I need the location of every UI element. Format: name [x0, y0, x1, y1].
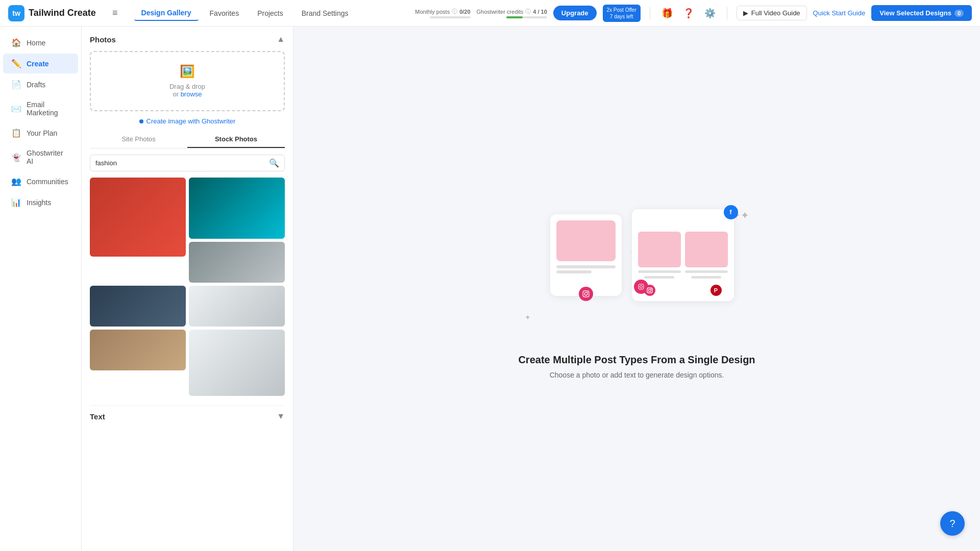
- photo-item-5[interactable]: [189, 286, 285, 327]
- view-selected-label: View Selected Designs: [879, 9, 951, 17]
- top-nav: tw Tailwind Create ≡ Design Gallery Favo…: [0, 0, 980, 27]
- tab-design-gallery[interactable]: Design Gallery: [134, 6, 199, 21]
- promo-title: Create Multiple Post Types From a Single…: [509, 354, 765, 366]
- help-icon-button[interactable]: ❓: [681, 6, 696, 21]
- facebook-badge: f: [724, 205, 738, 219]
- upload-browse-link[interactable]: browse: [181, 90, 202, 98]
- promo-sub-card-insta: [638, 215, 681, 295]
- tab-stock-photos[interactable]: Stock Photos: [187, 131, 285, 148]
- tab-site-photos[interactable]: Site Photos: [90, 131, 187, 148]
- promo-card-multi: f P: [632, 209, 734, 301]
- sidebar-label-plan: Your Plan: [27, 129, 57, 137]
- quick-start-guide-button[interactable]: Quick Start Guide: [813, 9, 866, 17]
- ghostwriter-credits-progress-fill: [506, 16, 523, 18]
- promo-line-1: [556, 265, 616, 268]
- post-offer-line1: 2x Post Offer: [607, 7, 636, 13]
- ghostwriter-link-label: Create image with Ghostwriter: [146, 117, 236, 125]
- monthly-posts-value: 0/20: [459, 9, 470, 15]
- promo-sub-pink-2: [685, 232, 728, 267]
- sidebar-item-ghostwriter-ai[interactable]: 👻 Ghostwriter AI: [3, 144, 78, 170]
- monthly-posts-progress-bar: [430, 16, 471, 18]
- sidebar-label-insights: Insights: [27, 198, 51, 207]
- photo-item-1[interactable]: [90, 178, 186, 257]
- plan-icon: 📋: [11, 128, 21, 138]
- home-icon: 🏠: [11, 38, 21, 47]
- gift-icon-button[interactable]: 🎁: [659, 6, 675, 21]
- text-section-header: Text ▼: [90, 412, 285, 421]
- promo-sub-card-pin: [685, 215, 728, 295]
- ghostwriter-dot-icon: [139, 119, 143, 123]
- help-fab-button[interactable]: ?: [940, 511, 965, 536]
- svg-rect-0: [583, 291, 589, 297]
- sidebar-label-drafts: Drafts: [27, 81, 45, 89]
- insights-icon: 📊: [11, 197, 21, 207]
- tab-projects[interactable]: Projects: [250, 6, 290, 20]
- photos-collapse-icon[interactable]: ▲: [277, 35, 285, 44]
- sidebar-item-email-marketing[interactable]: ✉️ Email Marketing: [3, 95, 78, 122]
- text-collapse-icon[interactable]: ▼: [277, 412, 285, 421]
- svg-point-2: [587, 291, 588, 292]
- instagram-badge: [579, 287, 593, 301]
- left-panel: Photos ▲ 🖼️ Drag & drop or browse Create…: [82, 27, 293, 551]
- photo-item-6[interactable]: [90, 330, 186, 370]
- photo-search-row: 🔍: [90, 155, 285, 171]
- view-selected-designs-button[interactable]: View Selected Designs 0: [871, 5, 972, 21]
- monthly-posts-label: Monthly posts: [415, 9, 450, 15]
- tab-favorites[interactable]: Favorites: [203, 6, 247, 20]
- sidebar-item-create[interactable]: ✏️ Create: [3, 54, 78, 73]
- post-offer-line2: 7 days left: [607, 13, 636, 20]
- email-icon: ✉️: [11, 104, 21, 114]
- communities-icon: 👥: [11, 177, 21, 186]
- view-selected-count-badge: 0: [954, 10, 964, 17]
- sidebar-item-home[interactable]: 🏠 Home: [3, 33, 78, 53]
- sidebar-label-create: Create: [27, 60, 49, 68]
- ghostwriter-credits-info-icon[interactable]: ⓘ: [525, 8, 531, 15]
- promo-card-single: [550, 214, 622, 296]
- promo-illustration: ✦✦ →: [509, 199, 765, 342]
- create-icon: ✏️: [11, 59, 21, 68]
- svg-rect-3: [639, 284, 644, 289]
- monthly-posts-info-icon[interactable]: ⓘ: [452, 8, 457, 15]
- upload-text: Drag & drop or browse: [99, 83, 276, 98]
- tab-brand-settings[interactable]: Brand Settings: [295, 6, 356, 20]
- full-video-label: Full Video Guide: [751, 9, 800, 17]
- sidebar-item-communities[interactable]: 👥 Communities: [3, 171, 78, 191]
- photo-item-2[interactable]: [189, 178, 285, 239]
- promo-card-pink-bg: [556, 220, 616, 261]
- photo-grid: [90, 178, 285, 397]
- photo-item-7[interactable]: [189, 330, 285, 396]
- nav-right: Monthly posts ⓘ 0/20 Ghostwriter credits…: [415, 5, 972, 22]
- sidebar-label-communities: Communities: [27, 178, 68, 186]
- main-content: ✦✦ →: [293, 27, 980, 551]
- nav-divider: [650, 7, 650, 19]
- drafts-icon: 📄: [11, 80, 21, 89]
- photo-search-button[interactable]: 🔍: [269, 158, 279, 168]
- settings-icon-button[interactable]: ⚙️: [702, 6, 718, 21]
- promo-line-2: [556, 270, 592, 273]
- svg-point-1: [584, 292, 587, 295]
- nav-tabs: Design Gallery Favorites Projects Brand …: [124, 6, 415, 21]
- full-video-guide-button[interactable]: ▶ Full Video Guide: [737, 6, 807, 20]
- photo-upload-box[interactable]: 🖼️ Drag & drop or browse: [90, 51, 285, 111]
- text-section-title: Text: [90, 412, 105, 421]
- main-layout: 🏠 Home ✏️ Create 📄 Drafts ✉️ Email Marke…: [0, 27, 980, 551]
- sidebar-item-your-plan[interactable]: 📋 Your Plan: [3, 123, 78, 143]
- ghostwriter-credits-stat: Ghostwriter credits ⓘ 4 / 10: [477, 8, 547, 18]
- photo-tabs: Site Photos Stock Photos: [90, 131, 285, 148]
- text-section: Text ▼: [90, 405, 285, 421]
- sidebar-item-drafts[interactable]: 📄 Drafts: [3, 74, 78, 94]
- sidebar-toggle-button[interactable]: ≡: [110, 6, 120, 20]
- upload-icon: 🖼️: [99, 64, 276, 79]
- sidebar-label-home: Home: [27, 39, 45, 47]
- promo-sub-pink-1: [638, 232, 681, 267]
- sidebar-item-insights[interactable]: 📊 Insights: [3, 192, 78, 212]
- svg-point-4: [640, 285, 642, 288]
- photo-search-input[interactable]: [95, 159, 269, 167]
- logo-icon: tw: [8, 5, 24, 21]
- photos-section-header: Photos ▲: [90, 35, 285, 44]
- ghostwriter-image-link[interactable]: Create image with Ghostwriter: [90, 117, 285, 125]
- sidebar: 🏠 Home ✏️ Create 📄 Drafts ✉️ Email Marke…: [0, 27, 82, 551]
- photo-item-3[interactable]: [189, 242, 285, 283]
- photo-item-4[interactable]: [90, 286, 186, 327]
- upgrade-button[interactable]: Upgrade: [553, 6, 597, 20]
